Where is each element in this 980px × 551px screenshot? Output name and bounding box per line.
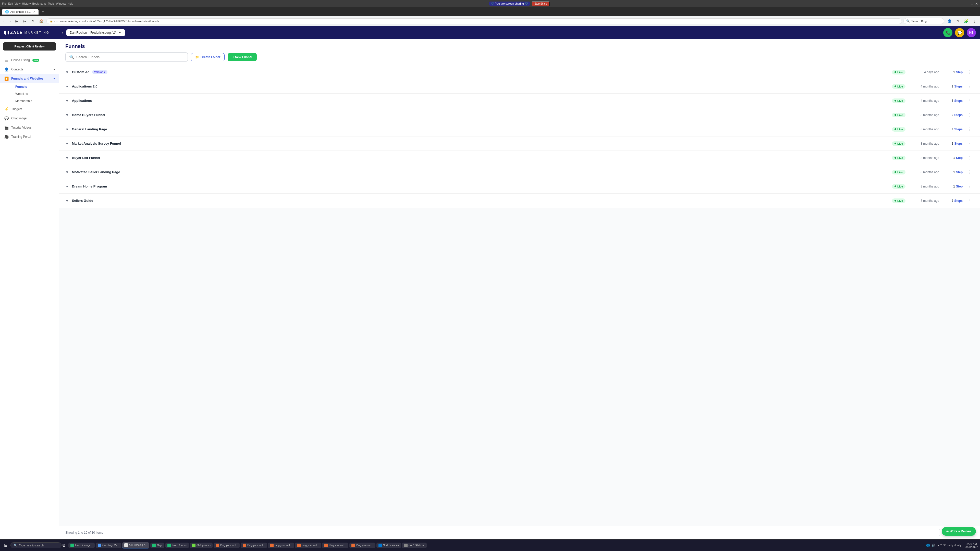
funnel-name[interactable]: Custom Ad Version 2	[72, 70, 889, 74]
menu-bookmarks[interactable]: Bookmarks	[32, 2, 46, 5]
last-page-button[interactable]: ⏭	[22, 18, 28, 24]
taskbar-app-ping6[interactable]: Ping your wel...	[349, 543, 375, 548]
funnel-menu-button[interactable]: ⋮	[966, 68, 974, 76]
app-label-ping5: Ping your wel...	[329, 544, 346, 547]
funnel-menu-button[interactable]: ⋮	[966, 111, 974, 118]
menu-edit[interactable]: Edit	[8, 2, 13, 5]
funnel-menu-button[interactable]: ⋮	[966, 126, 974, 133]
chat-button[interactable]: 💬	[955, 28, 964, 37]
funnel-menu-button[interactable]: ⋮	[966, 140, 974, 147]
funnel-menu-button[interactable]: ⋮	[966, 97, 974, 104]
forward-button[interactable]: ›	[8, 18, 12, 24]
taskbar-app-ping2[interactable]: Ping your wel...	[241, 543, 267, 548]
funnel-menu-button[interactable]: ⋮	[966, 168, 974, 176]
volume-icon[interactable]: 🔊	[932, 544, 935, 547]
funnel-name[interactable]: Home Buyers Funnel	[72, 113, 889, 117]
steps-link[interactable]: Step	[956, 185, 963, 188]
steps-link[interactable]: Steps	[954, 113, 963, 117]
create-folder-button[interactable]: 📁 Create Folder	[191, 53, 224, 61]
taskbar-app-exc-10khits[interactable]: exc.10khits.cc	[402, 543, 427, 548]
steps-link[interactable]: Steps	[954, 99, 963, 103]
taskbar-app-upwork[interactable]: (3) Upwork -	[190, 543, 213, 548]
funnel-name[interactable]: Applications	[72, 99, 889, 103]
funnel-menu-button[interactable]: ⋮	[966, 197, 974, 204]
home-button[interactable]: 🏠	[38, 18, 45, 24]
maximize-button[interactable]: □	[971, 2, 973, 6]
search-bing-box[interactable]: 🔍 Search Bing	[904, 18, 944, 24]
taskbar-app-ping5[interactable]: Ping your wel...	[322, 543, 348, 548]
taskbar-app-ping4[interactable]: Ping your wel...	[295, 543, 321, 548]
menu-help[interactable]: Help	[67, 2, 73, 5]
user-avatar[interactable]: KE	[967, 28, 976, 37]
write-review-button[interactable]: ✏ Write a Review	[942, 527, 976, 536]
steps-link[interactable]: Steps	[954, 142, 963, 145]
sidebar-item-training-portal[interactable]: 🎥 Training Portal	[0, 132, 59, 141]
taskbar-search-box[interactable]: 🔍 Type here to search	[11, 542, 62, 548]
sidebar-item-triggers[interactable]: ⚡ Triggers	[0, 105, 59, 114]
taskbar-app-gigs[interactable]: Gigs	[150, 543, 164, 548]
more-button[interactable]: ⋮	[971, 18, 978, 24]
menu-file[interactable]: File	[2, 2, 6, 5]
sidebar-collapse-icon[interactable]: ‹	[62, 30, 63, 35]
reload-button[interactable]: ↻	[955, 18, 961, 24]
sidebar-item-online-listing[interactable]: ☰ Online Listing new	[0, 56, 59, 65]
funnel-name[interactable]: Applications 2.0	[72, 84, 889, 88]
stop-share-button[interactable]: Stop Share	[532, 1, 550, 6]
sidebar-sub-membership[interactable]: Membership	[11, 97, 59, 105]
phone-button[interactable]: 📞	[943, 28, 953, 37]
menu-window[interactable]: Window	[56, 2, 66, 5]
minimize-button[interactable]: —	[966, 2, 969, 6]
profile-button[interactable]: 👤	[946, 18, 953, 24]
taskbar-app-ping1[interactable]: Ping your wel...	[213, 543, 240, 548]
funnel-name[interactable]: Dream Home Program	[72, 184, 889, 188]
taskbar-app-surf-sessions[interactable]: Surf Sessions	[376, 543, 401, 548]
steps-link[interactable]: Step	[956, 156, 963, 160]
taskbar-app-all-funnels[interactable]: All Funnels | Z...	[122, 542, 149, 548]
steps-link[interactable]: Step	[956, 170, 963, 174]
funnel-name[interactable]: Market Analysis Survey Funnel	[72, 141, 889, 145]
funnel-name[interactable]: Motivated Seller Landing Page	[72, 170, 889, 174]
sidebar-item-funnels-websites[interactable]: 🔽 Funnels and Websites ▾	[0, 74, 59, 83]
funnel-name[interactable]: Sellers Guide	[72, 199, 889, 203]
close-button[interactable]: ✕	[975, 2, 978, 6]
funnel-menu-button[interactable]: ⋮	[966, 83, 974, 90]
steps-link[interactable]: Steps	[954, 85, 963, 88]
address-bar[interactable]: 🔒 crm.zale-marketing.com/location/IZ5ezr…	[46, 18, 902, 24]
refresh-button[interactable]: ↻	[30, 18, 36, 24]
taskbar-app-greetings-vir[interactable]: Greetings Vir...	[96, 543, 121, 548]
taskbar-app-ping3[interactable]: Ping your wel...	[268, 543, 294, 548]
taskbar-app-fiverr-inbox[interactable]: Fiverr / Inbox	[165, 543, 189, 548]
first-page-button[interactable]: ⏮	[14, 18, 20, 24]
tab-close-icon[interactable]: ✕	[33, 10, 35, 14]
sidebar-item-tutorial-videos[interactable]: 🎬 Tutorial Videos	[0, 123, 59, 132]
request-client-review-button[interactable]: Request Client Review	[3, 42, 56, 51]
network-icon[interactable]: 🌐	[926, 544, 930, 547]
funnel-name[interactable]: General Landing Page	[72, 127, 889, 131]
new-funnel-button[interactable]: + New Funnel	[228, 53, 257, 61]
extensions-button[interactable]: 🧩	[963, 18, 970, 24]
steps-link[interactable]: Step	[956, 70, 963, 74]
steps-link[interactable]: Steps	[954, 127, 963, 131]
steps-link[interactable]: Steps	[954, 199, 963, 203]
sidebar-sub-funnels[interactable]: Funnels	[11, 83, 59, 90]
search-funnels-input[interactable]	[76, 55, 184, 59]
sidebar-item-chat-widget[interactable]: 💬 Chat widget	[0, 114, 59, 123]
live-badge: Live	[892, 170, 905, 175]
task-view-button[interactable]: ⧉	[62, 543, 65, 548]
location-selector[interactable]: Dan Rochon – Fredericksburg, VA ▼	[66, 29, 125, 36]
menu-view[interactable]: View	[14, 2, 21, 5]
search-funnels-box[interactable]: 🔍	[65, 52, 188, 62]
menu-history[interactable]: History	[22, 2, 30, 5]
taskbar-app-fiverr-ken[interactable]: Fiverr / ken_c...	[68, 543, 95, 548]
menu-tools[interactable]: Tools	[48, 2, 55, 5]
back-button[interactable]: ‹	[2, 18, 6, 24]
sidebar-sub-websites[interactable]: Websites	[11, 90, 59, 97]
funnel-menu-button[interactable]: ⋮	[966, 183, 974, 190]
start-button[interactable]: ⊞	[2, 542, 10, 549]
active-tab[interactable]: 🌐 All Funnels | Z... ✕	[2, 9, 38, 14]
funnel-status: Live	[892, 98, 905, 103]
funnel-menu-button[interactable]: ⋮	[966, 154, 974, 161]
funnel-name[interactable]: Buyer List Funnel	[72, 156, 889, 160]
new-tab-button[interactable]: +	[41, 10, 44, 14]
sidebar-item-contacts[interactable]: 👤 Contacts ▾	[0, 65, 59, 74]
